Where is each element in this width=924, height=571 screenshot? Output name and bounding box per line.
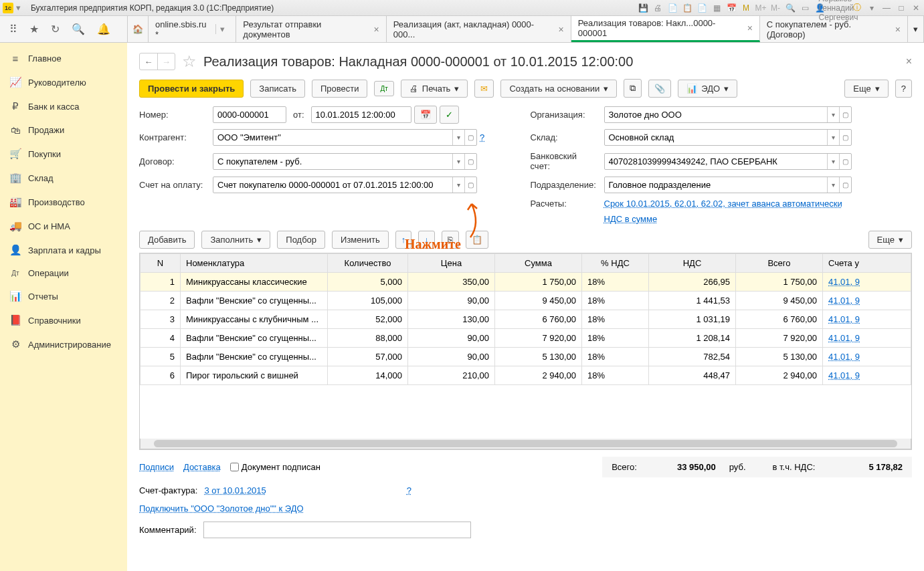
- tab-realization-act[interactable]: Реализация (акт, накладная) 0000-000...×: [387, 16, 571, 42]
- col-n[interactable]: N: [141, 254, 181, 273]
- sidebar-item-operations[interactable]: ДтОперации: [0, 262, 127, 284]
- close-icon[interactable]: ×: [559, 24, 564, 35]
- sf-link[interactable]: 3 от 10.01.2015: [204, 485, 266, 495]
- post-button[interactable]: Провести: [312, 80, 368, 98]
- debit-credit-button[interactable]: Дт: [374, 81, 393, 96]
- change-button[interactable]: Изменить: [332, 231, 389, 249]
- sidebar-item-salary[interactable]: 👤Зарплата и кадры: [0, 238, 127, 262]
- close-window-icon[interactable]: ✕: [911, 3, 921, 13]
- zoom-icon[interactable]: 🔍: [785, 3, 796, 13]
- m-minus-icon[interactable]: М-: [770, 3, 781, 13]
- comment-input[interactable]: [203, 522, 471, 538]
- open-icon[interactable]: ▢: [839, 177, 851, 193]
- fill-button[interactable]: Заполнить▾: [201, 231, 270, 249]
- open-icon[interactable]: ▢: [464, 177, 476, 193]
- division-input[interactable]: [605, 177, 827, 193]
- sf-help[interactable]: ?: [407, 485, 411, 495]
- col-accounts[interactable]: Счета у: [823, 254, 911, 273]
- counterparty-input[interactable]: [213, 130, 452, 145]
- calc-link[interactable]: Срок 10.01.2015, 62.01, 62.02, зачет ава…: [604, 199, 842, 209]
- horizontal-scrollbar[interactable]: [140, 439, 911, 449]
- create-based-button[interactable]: Создать на основании▾: [500, 80, 617, 98]
- sidebar-item-reports[interactable]: 📊Отчеты: [0, 284, 127, 308]
- sidebar-item-bank[interactable]: ₽Банк и касса: [0, 94, 127, 118]
- chevron-down-icon[interactable]: ▾: [827, 107, 839, 122]
- open-icon[interactable]: ▢: [464, 154, 476, 169]
- open-icon[interactable]: ▢: [839, 107, 851, 122]
- invoice-input[interactable]: [213, 177, 452, 193]
- calendar-button[interactable]: 📅: [414, 106, 437, 124]
- sidebar-item-sales[interactable]: 🛍Продажи: [0, 118, 127, 142]
- chevron-down-icon[interactable]: ▾: [827, 177, 839, 193]
- org-input[interactable]: [605, 107, 827, 122]
- table-row[interactable]: 5Вафли "Венские" со сгущенны...57,00090,…: [141, 348, 911, 366]
- add-button[interactable]: Добавить: [139, 231, 195, 249]
- home-tab[interactable]: 🏠: [127, 16, 149, 42]
- chevron-down-icon[interactable]: ▾: [452, 177, 464, 193]
- m-plus-icon[interactable]: М+: [755, 3, 766, 13]
- counterparty-help[interactable]: ?: [480, 132, 484, 142]
- col-name[interactable]: Номенклатура: [181, 254, 328, 273]
- structure-button[interactable]: ⧉: [624, 79, 642, 98]
- panel-icon[interactable]: ▭: [800, 3, 810, 13]
- tabs-overflow[interactable]: ▾: [908, 16, 924, 42]
- col-price[interactable]: Цена: [408, 254, 495, 273]
- table-row[interactable]: 1Миникруассаны классические5,000350,001 …: [141, 273, 911, 292]
- close-icon[interactable]: ×: [374, 24, 379, 35]
- close-page-icon[interactable]: ×: [906, 55, 912, 68]
- copy-icon[interactable]: 📋: [682, 3, 692, 13]
- posted-button[interactable]: ✓: [440, 106, 459, 124]
- forward-button[interactable]: →: [157, 53, 175, 70]
- tab-sbis[interactable]: online.sbis.ru *▾: [149, 16, 236, 42]
- save-icon[interactable]: 💾: [638, 3, 648, 13]
- table-row[interactable]: 2Вафли "Венские" со сгущенны...105,00090…: [141, 292, 911, 310]
- sidebar-item-admin[interactable]: ⚙Администрирование: [0, 332, 127, 356]
- chevron-down-icon[interactable]: ▾: [452, 154, 464, 169]
- write-button[interactable]: Записать: [250, 80, 305, 98]
- app-menu-dropdown-icon[interactable]: ▾: [16, 3, 27, 13]
- close-icon[interactable]: ×: [895, 24, 901, 35]
- info-dropdown-icon[interactable]: ▾: [866, 3, 877, 13]
- contract-input[interactable]: [213, 154, 452, 169]
- search-icon[interactable]: 🔍: [72, 23, 85, 35]
- tab-contract[interactable]: С покупателем - руб. (Договор)×: [760, 16, 908, 42]
- sidebar-item-purchases[interactable]: 🛒Покупки: [0, 142, 127, 166]
- tab-realization-goods[interactable]: Реализация товаров: Накл...0000-000001×: [571, 16, 760, 42]
- tab-send-result[interactable]: Результат отправки документов×: [236, 16, 386, 42]
- date-input[interactable]: [311, 106, 411, 123]
- col-sum[interactable]: Сумма: [495, 254, 582, 273]
- maximize-icon[interactable]: □: [896, 3, 907, 13]
- back-button[interactable]: ←: [140, 53, 157, 70]
- star-icon[interactable]: ☆: [182, 52, 197, 71]
- favorite-icon[interactable]: ★: [29, 23, 39, 35]
- sidebar-item-warehouse[interactable]: 🏢Склад: [0, 166, 127, 190]
- docs-icon[interactable]: 📄: [667, 3, 678, 13]
- pick-button[interactable]: Подбор: [277, 231, 325, 249]
- close-icon[interactable]: ×: [747, 23, 753, 33]
- open-icon[interactable]: ▢: [464, 130, 476, 145]
- chevron-down-icon[interactable]: ▾: [215, 24, 229, 34]
- sheet-icon[interactable]: 📄: [697, 3, 707, 13]
- table-row[interactable]: 3Миникруассаны с клубничным ...52,000130…: [141, 310, 911, 329]
- apps-icon[interactable]: ⠿: [9, 23, 17, 35]
- bell-icon[interactable]: 🔔: [97, 23, 110, 35]
- col-total[interactable]: Всего: [736, 254, 823, 273]
- table-row[interactable]: 6Пирог тирольский с вишней14,000210,002 …: [141, 366, 911, 385]
- attach-button[interactable]: 📎: [648, 80, 671, 98]
- sidebar-item-manager[interactable]: 📈Руководителю: [0, 70, 127, 94]
- chevron-down-icon[interactable]: ▾: [827, 154, 839, 169]
- col-vat[interactable]: НДС: [649, 254, 736, 273]
- chevron-down-icon[interactable]: ▾: [452, 130, 464, 145]
- sidebar-item-references[interactable]: 📕Справочники: [0, 308, 127, 332]
- m-icon[interactable]: М: [741, 3, 751, 13]
- sidebar-item-assets[interactable]: 🚚ОС и НМА: [0, 214, 127, 238]
- delivery-link[interactable]: Доставка: [183, 462, 221, 472]
- open-icon[interactable]: ▢: [839, 154, 851, 169]
- table-row[interactable]: 4Вафли "Венские" со сгущенны...88,00090,…: [141, 329, 911, 348]
- user-name[interactable]: Абрамов Геннадий Сергеевич: [833, 3, 844, 13]
- minimize-icon[interactable]: —: [881, 3, 892, 13]
- vat-link[interactable]: НДС в сумме: [604, 214, 658, 224]
- help-button[interactable]: ?: [895, 80, 912, 98]
- bank-input[interactable]: [605, 154, 827, 169]
- doc-signed-checkbox[interactable]: Документ подписан: [230, 462, 320, 472]
